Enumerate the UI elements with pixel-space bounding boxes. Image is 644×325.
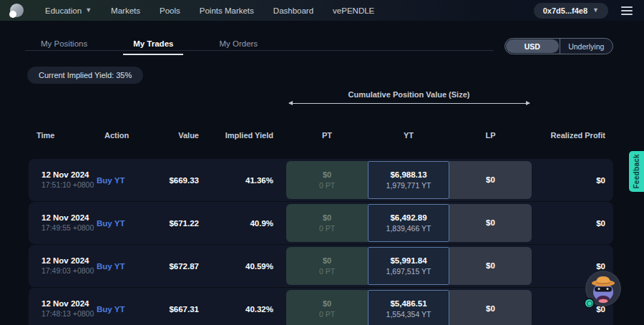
nav-item-pools[interactable]: Pools (160, 6, 180, 15)
pt-usd: $0 (323, 170, 331, 180)
trade-value: $669.33 (147, 176, 199, 185)
lp-usd: $0 (486, 175, 495, 186)
yt-cell: $5,991.84 1,697,515 YT (368, 247, 449, 285)
realized-profit: $0 (532, 219, 613, 228)
trade-action: Buy YT (97, 262, 147, 271)
unit-toggle: USD Underlying (504, 38, 613, 54)
nav-item-label: Education (45, 6, 82, 15)
pt-cell: $0 0 PT (286, 290, 368, 325)
trade-date: 12 Nov 2024 (42, 299, 97, 309)
nav-item-label: Pools (160, 6, 180, 15)
chat-notification-badge (584, 298, 595, 309)
nav-items: Education ▼ Markets Pools Points Markets… (45, 6, 374, 15)
yt-cell: $6,988.13 1,979,771 YT (368, 161, 449, 199)
pt-usd: $0 (323, 299, 331, 309)
yt-size: 1,697,515 YT (386, 266, 431, 276)
current-implied-yield-badge: Current Implied Yield: 35% (27, 67, 143, 84)
yt-cell: $6,492.89 1,839,466 YT (368, 204, 449, 242)
lp-cell: $0 (449, 161, 532, 199)
tabs-divider (25, 50, 494, 51)
pt-size: 0 PT (319, 266, 335, 276)
trade-date: 12 Nov 2024 (42, 170, 97, 180)
cumulative-span-arrow (289, 103, 530, 104)
pt-usd: $0 (323, 213, 331, 223)
pt-size: 0 PT (319, 180, 335, 190)
pt-size: 0 PT (319, 309, 335, 319)
table-row[interactable]: 12 Nov 2024 17:48:13 +0800 Buy YT $667.3… (29, 288, 613, 325)
lp-cell: $0 (449, 247, 532, 285)
table-row[interactable]: 12 Nov 2024 17:49:03 +0800 Buy YT $672.8… (29, 245, 613, 287)
yt-cell: $5,486.51 1,554,354 YT (368, 290, 449, 325)
trade-value: $667.31 (147, 305, 199, 314)
trade-time: 17:51:10 +0800 (42, 180, 97, 190)
trade-date: 12 Nov 2024 (42, 213, 97, 223)
nav-item-points-markets[interactable]: Points Markets (200, 6, 254, 15)
cumulative-position-group-header: Cumulative Position Value (Size) (286, 90, 532, 99)
lp-usd: $0 (486, 261, 495, 272)
top-nav: Education ▼ Markets Pools Points Markets… (0, 0, 644, 21)
nav-item-label: vePENDLE (333, 6, 374, 15)
col-header-implied-yield: Implied Yield (199, 131, 273, 140)
nav-item-vependle[interactable]: vePENDLE (333, 6, 374, 15)
pt-usd: $0 (323, 256, 331, 266)
trade-time: 17:49:55 +0800 (42, 223, 97, 233)
yt-usd: $5,486.51 (390, 299, 426, 310)
col-header-time: Time (29, 131, 97, 140)
hamburger-menu-icon[interactable] (620, 5, 634, 16)
toggle-option-usd[interactable]: USD (506, 39, 559, 53)
col-header-realized-profit: Realized Profit (532, 131, 613, 140)
realized-profit: $0 (532, 262, 613, 271)
trade-implied-yield: 40.59% (199, 262, 273, 271)
wallet-address: 0x7d5...f4e8 (543, 6, 587, 15)
col-header-yt: YT (368, 131, 449, 140)
col-header-pt: PT (286, 131, 368, 140)
trades-table-body: 12 Nov 2024 17:51:10 +0800 Buy YT $669.3… (29, 159, 613, 325)
trade-action: Buy YT (97, 305, 147, 314)
lp-cell: $0 (449, 204, 532, 242)
trade-action: Buy YT (97, 176, 147, 185)
nav-item-label: Dashboard (273, 6, 313, 15)
table-row[interactable]: 12 Nov 2024 17:49:55 +0800 Buy YT $671.2… (29, 202, 613, 244)
nav-item-education[interactable]: Education ▼ (45, 6, 92, 15)
table-header: Time Action Value Implied Yield PT YT LP… (29, 131, 613, 140)
col-header-value: Value (147, 131, 199, 140)
trade-implied-yield: 41.36% (199, 176, 273, 185)
col-header-lp: LP (449, 131, 532, 140)
lp-usd: $0 (486, 218, 495, 229)
toggle-option-underlying[interactable]: Underlying (560, 39, 613, 54)
pt-cell: $0 0 PT (286, 161, 368, 199)
nav-item-markets[interactable]: Markets (111, 6, 140, 15)
yt-usd: $5,991.84 (390, 256, 426, 267)
trade-implied-yield: 40.9% (199, 219, 273, 228)
trade-value: $671.22 (147, 219, 199, 228)
lp-usd: $0 (486, 304, 495, 315)
yt-size: 1,979,771 YT (386, 180, 431, 190)
trade-action: Buy YT (97, 219, 147, 228)
nav-item-label: Markets (111, 6, 140, 15)
nav-item-label: Points Markets (200, 6, 254, 15)
trade-time: 17:49:03 +0800 (42, 266, 97, 276)
yt-usd: $6,492.89 (390, 213, 426, 224)
pt-cell: $0 0 PT (286, 247, 368, 285)
trade-time: 17:48:13 +0800 (42, 309, 97, 319)
wallet-address-button[interactable]: 0x7d5...f4e8 ▼ (534, 3, 608, 19)
trade-date: 12 Nov 2024 (42, 256, 97, 266)
realized-profit: $0 (532, 176, 613, 185)
yt-usd: $6,988.13 (390, 170, 426, 181)
pendle-logo-icon[interactable] (10, 4, 24, 17)
trade-value: $672.87 (147, 262, 199, 271)
tab-my-orders[interactable]: My Orders (209, 36, 268, 55)
tab-my-trades[interactable]: My Trades (123, 36, 183, 55)
tab-my-positions[interactable]: My Positions (31, 36, 97, 55)
chevron-down-icon: ▼ (85, 6, 92, 14)
pt-cell: $0 0 PT (286, 204, 368, 242)
nav-item-dashboard[interactable]: Dashboard (273, 6, 313, 15)
table-row[interactable]: 12 Nov 2024 17:51:10 +0800 Buy YT $669.3… (29, 159, 613, 201)
col-header-action: Action (97, 131, 147, 140)
portfolio-tabs: My Positions My Trades My Orders (31, 36, 268, 55)
feedback-tab[interactable]: Feedback (629, 151, 644, 192)
yt-size: 1,839,466 YT (386, 223, 431, 233)
chevron-down-icon: ▼ (592, 6, 599, 14)
lp-cell: $0 (449, 290, 532, 325)
pt-size: 0 PT (319, 223, 335, 233)
